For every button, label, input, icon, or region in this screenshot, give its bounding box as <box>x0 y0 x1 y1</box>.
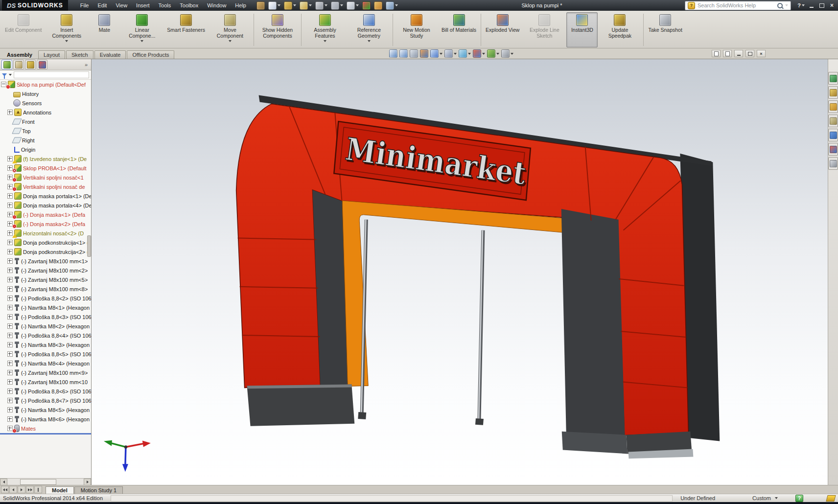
zoom-to-fit-button[interactable] <box>389 49 397 58</box>
tree-item[interactable]: (f) Izvedeno stanje<1> (De <box>0 154 91 163</box>
tab-sketch[interactable]: Sketch <box>66 50 93 59</box>
tree-expand-toggle[interactable] <box>7 314 13 320</box>
tree-item[interactable]: (-) Donja maska<1> (Defa <box>0 210 91 219</box>
tree-item[interactable]: Donja maska portala<1> (Def <box>0 191 91 201</box>
move-component-button[interactable]: Move Component <box>208 12 252 47</box>
tab-evaluate[interactable]: Evaluate <box>94 50 126 59</box>
help-button[interactable]: ? <box>797 2 805 9</box>
tab-assembly[interactable]: Assembly <box>2 51 37 59</box>
tree-item[interactable]: Top <box>0 126 91 136</box>
print-caret-icon[interactable] <box>325 4 327 6</box>
options-button[interactable] <box>385 1 399 10</box>
tree-item[interactable]: Donja podkonstrukcija<1> (D <box>0 238 91 247</box>
configurationmanager-tab[interactable] <box>25 60 36 69</box>
featuremanager-tree-tab[interactable] <box>1 60 12 69</box>
tree-item[interactable]: Front <box>0 117 91 126</box>
tab-layout[interactable]: Layout <box>38 50 65 59</box>
hide-show-items-button[interactable] <box>459 49 471 58</box>
forum-tab[interactable] <box>828 157 838 170</box>
instant3d-button[interactable]: Instant3D <box>566 12 598 47</box>
section-view-button[interactable] <box>420 49 428 58</box>
select-caret-icon[interactable] <box>356 4 359 6</box>
menu-file[interactable]: File <box>76 1 93 10</box>
update-speedpak-button[interactable]: Update Speedpak <box>598 12 642 47</box>
menu-help[interactable]: Help <box>231 1 251 10</box>
tab-scroll-last-button[interactable] <box>26 486 34 493</box>
tree-item[interactable]: (-) Navrtka M8<2> (Hexagon <box>0 321 91 331</box>
view-palette-tab[interactable] <box>828 115 838 127</box>
tree-item[interactable]: (-) Navrtka M8<3> (Hexagon <box>0 340 91 349</box>
exploded-view-button[interactable]: Exploded View <box>483 12 522 47</box>
custom-properties-tab[interactable] <box>828 143 838 156</box>
tree-item[interactable]: Right <box>0 136 91 145</box>
tree-item[interactable]: (-) Zavrtanj M8x100 mm<2> <box>0 266 91 275</box>
tree-item[interactable]: Mates <box>0 424 91 433</box>
configuration-label[interactable]: Custom <box>752 495 771 501</box>
select-button[interactable] <box>346 1 360 10</box>
tree-expand-toggle[interactable] <box>7 240 13 245</box>
tree-vertical-scrollbar-thumb[interactable] <box>87 235 91 257</box>
apply-scene-caret-icon[interactable] <box>496 53 499 55</box>
tree-expand-toggle[interactable] <box>7 333 13 338</box>
take-snapshot-button[interactable]: Take Snapshot <box>645 12 685 47</box>
tree-item[interactable]: (-) Navrtka M8<4> (Hexagon <box>0 359 91 368</box>
tree-item[interactable]: Donja podkonstrukcija<2> (D <box>0 247 91 256</box>
edit-appearance-caret-icon[interactable] <box>482 53 485 55</box>
tree-item[interactable]: Sensors <box>0 98 91 108</box>
model-canvas[interactable]: Minimarket Minimarket <box>92 59 828 485</box>
zoom-to-area-button[interactable] <box>399 49 408 58</box>
bill-of-materials-button[interactable]: Bill of Materials <box>439 12 479 47</box>
undo-button[interactable] <box>330 1 344 10</box>
tree-expand-toggle[interactable] <box>7 370 13 375</box>
tree-expand-toggle[interactable] <box>7 342 13 347</box>
status-tag-icon[interactable] <box>826 495 836 502</box>
design-library-tab[interactable] <box>828 86 838 99</box>
linear-component-pattern-button[interactable]: Linear Compone... <box>120 12 164 47</box>
tree-expand-toggle[interactable] <box>7 249 13 254</box>
search-icon[interactable] <box>777 3 783 8</box>
panel-expand-chevron-icon[interactable]: » <box>85 62 90 68</box>
view-settings-button[interactable] <box>501 49 513 58</box>
tree-item[interactable]: (-) Navrtka M8<5> (Hexagon <box>0 405 91 414</box>
tree-expand-toggle[interactable] <box>7 351 13 357</box>
tree-expand-toggle[interactable] <box>7 258 13 264</box>
reference-geometry-caret-icon[interactable] <box>368 40 371 42</box>
help-search-input[interactable]: ? Search SolidWorks Help <box>685 1 791 10</box>
menu-tools[interactable]: Tools <box>154 1 176 10</box>
filter-input[interactable] <box>14 71 89 78</box>
tree-filter-row[interactable] <box>0 70 91 80</box>
tree-expand-toggle[interactable] <box>7 110 13 115</box>
tree-item[interactable]: (-) Zavrtanj M8x100 mm<8> <box>0 284 91 294</box>
linear-component-pattern-caret-icon[interactable] <box>140 40 143 42</box>
previous-view-button[interactable] <box>410 49 418 58</box>
mate-button[interactable]: Mate <box>89 12 120 47</box>
display-style-caret-icon[interactable] <box>454 53 457 55</box>
undo-caret-icon[interactable] <box>340 4 343 6</box>
menu-window[interactable]: Window <box>203 1 231 10</box>
doc-restore-button[interactable] <box>745 50 754 57</box>
view-settings-caret-icon[interactable] <box>511 53 513 55</box>
display-style-button[interactable] <box>444 49 457 58</box>
tab-office-products[interactable]: Office Products <box>127 50 174 59</box>
scroll-left-button[interactable] <box>0 479 7 485</box>
customize-pen-button[interactable] <box>256 1 266 10</box>
options-caret-icon[interactable] <box>395 4 398 6</box>
insert-components-caret-icon[interactable] <box>65 40 68 42</box>
view-orientation-caret-icon[interactable] <box>440 53 442 55</box>
smart-fasteners-button[interactable]: Smart Fasteners <box>164 12 208 47</box>
hide-show-items-caret-icon[interactable] <box>468 53 471 55</box>
new-motion-study-button[interactable]: New Motion Study <box>395 12 439 47</box>
displaymanager-tab[interactable] <box>37 60 47 69</box>
filter-caret-icon[interactable] <box>9 74 12 76</box>
graphics-viewport[interactable]: Minimarket Minimarket <box>92 59 828 485</box>
rebuild-button[interactable] <box>361 1 372 10</box>
tab-scroll-next-button[interactable] <box>18 486 25 493</box>
file-properties-button[interactable] <box>373 1 383 10</box>
doc-close-button[interactable]: × <box>757 50 766 57</box>
tree-item[interactable]: Vertikalni spoljni nosač de <box>0 182 91 191</box>
close-button[interactable]: × <box>828 2 836 9</box>
assembly-features-caret-icon[interactable] <box>324 40 326 42</box>
menu-toolbox[interactable]: Toolbox <box>175 1 203 10</box>
tree-expand-toggle[interactable] <box>7 305 13 310</box>
assembly-features-button[interactable]: Assembly Features <box>303 12 347 47</box>
